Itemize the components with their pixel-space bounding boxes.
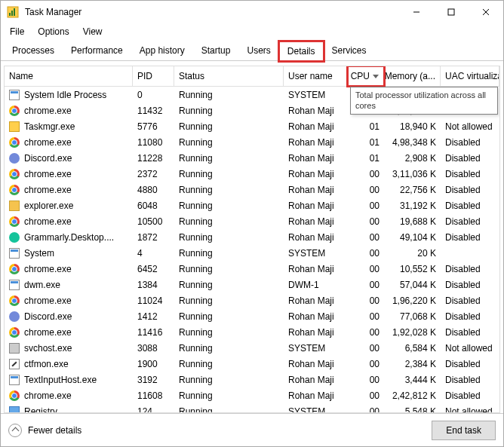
reg-icon xyxy=(9,406,20,413)
process-name: chrome.exe xyxy=(24,106,72,116)
table-row[interactable]: chrome.exe11080RunningRohan Maji014,98,3… xyxy=(5,134,499,150)
table-row[interactable]: Registry124RunningSYSTEM005,548 KNot all… xyxy=(5,403,499,412)
close-button[interactable] xyxy=(469,1,503,23)
table-row[interactable]: chrome.exe4880RunningRohan Maji0022,756 … xyxy=(5,182,499,197)
tm-icon xyxy=(9,121,20,132)
cell-status: Running xyxy=(174,375,284,385)
tab-processes[interactable]: Processes xyxy=(4,41,63,60)
cell-status: Running xyxy=(174,201,284,211)
cell-memory: 31,192 K xyxy=(384,201,441,211)
cell-pid: 1412 xyxy=(133,311,174,322)
cell-cpu: 00 xyxy=(348,295,384,306)
chrome-icon xyxy=(9,106,20,116)
cell-cpu: 00 xyxy=(348,248,384,259)
tab-performance[interactable]: Performance xyxy=(63,41,131,60)
chrome-icon xyxy=(9,216,20,227)
app-icon xyxy=(9,280,20,290)
maximize-button[interactable] xyxy=(434,1,469,23)
cell-uac: Disabled xyxy=(441,280,499,290)
tab-users[interactable]: Users xyxy=(238,41,278,60)
process-table: Name PID Status User name CPU Memory (a.… xyxy=(4,66,500,413)
app-icon xyxy=(9,375,20,385)
cell-pid: 2372 xyxy=(133,169,174,179)
table-row[interactable]: chrome.exe10500RunningRohan Maji0019,688… xyxy=(5,213,499,229)
cell-pid: 3192 xyxy=(133,375,174,385)
window-title: Task Manager xyxy=(25,7,81,17)
cell-status: Running xyxy=(174,185,284,195)
cell-memory: 49,104 K xyxy=(384,232,441,243)
pen-icon xyxy=(9,359,20,369)
cell-name: svchost.exe xyxy=(5,343,133,354)
chrome-icon xyxy=(9,264,20,274)
tab-startup[interactable]: Startup xyxy=(193,41,239,60)
table-row[interactable]: Grammarly.Desktop....1872RunningRohan Ma… xyxy=(5,229,499,245)
table-row[interactable]: chrome.exe11024RunningRohan Maji001,96,2… xyxy=(5,292,499,308)
cell-cpu: 00 xyxy=(348,327,384,338)
table-row[interactable]: explorer.exe6048RunningRohan Maji0031,19… xyxy=(5,197,499,213)
table-row[interactable]: System4RunningSYSTEM0020 K xyxy=(5,245,499,261)
cpu-column-tooltip: Total processor utilization across all c… xyxy=(350,87,498,115)
process-rows[interactable]: System Idle Process0RunningSYSTEM95chrom… xyxy=(5,87,499,412)
col-header-pid[interactable]: PID xyxy=(133,66,174,86)
cell-pid: 4 xyxy=(133,248,174,259)
process-name: chrome.exe xyxy=(24,169,72,179)
table-row[interactable]: Discord.exe11228RunningRohan Maji012,908… xyxy=(5,150,499,166)
cell-pid: 11432 xyxy=(133,106,174,116)
titlebar[interactable]: Task Manager xyxy=(1,1,503,23)
cell-memory: 57,044 K xyxy=(384,280,441,290)
cell-cpu: 00 xyxy=(348,216,384,227)
minimize-button[interactable] xyxy=(399,1,434,23)
cell-uac: Disabled xyxy=(441,359,499,369)
cell-user: Rohan Maji xyxy=(284,375,348,385)
cell-user: Rohan Maji xyxy=(284,153,348,164)
table-row[interactable]: dwm.exe1384RunningDWM-10057,044 KDisable… xyxy=(5,277,499,292)
cell-uac: Disabled xyxy=(441,375,499,385)
menu-view[interactable]: View xyxy=(77,24,109,39)
tab-services[interactable]: Services xyxy=(324,41,375,60)
col-header-memory[interactable]: Memory (a... xyxy=(384,66,441,86)
end-task-button[interactable]: End task xyxy=(432,421,496,440)
explorer-icon xyxy=(9,201,20,211)
process-name: chrome.exe xyxy=(24,264,72,274)
cell-name: ctfmon.exe xyxy=(5,359,133,369)
table-row[interactable]: chrome.exe6452RunningRohan Maji0010,552 … xyxy=(5,261,499,277)
cell-pid: 11228 xyxy=(133,153,174,164)
fewer-details-button[interactable]: Fewer details xyxy=(8,424,81,437)
cell-cpu: 00 xyxy=(348,406,384,413)
cell-uac: Disabled xyxy=(441,232,499,243)
chrome-icon xyxy=(9,390,20,401)
cell-uac: Disabled xyxy=(441,169,499,179)
col-header-cpu[interactable]: CPU xyxy=(348,66,384,86)
cell-memory: 6,584 K xyxy=(384,343,441,354)
cell-pid: 10500 xyxy=(133,216,174,227)
cell-memory: 18,940 K xyxy=(384,121,441,132)
cell-pid: 1872 xyxy=(133,232,174,243)
col-header-uac[interactable]: UAC virtualizat... xyxy=(441,66,499,86)
col-header-status[interactable]: Status xyxy=(174,66,284,86)
table-row[interactable]: ctfmon.exe1900RunningRohan Maji002,384 K… xyxy=(5,356,499,372)
table-row[interactable]: Taskmgr.exe5776RunningRohan Maji0118,940… xyxy=(5,118,499,134)
table-row[interactable]: chrome.exe2372RunningRohan Maji003,11,03… xyxy=(5,166,499,182)
table-row[interactable]: chrome.exe11416RunningRohan Maji001,92,0… xyxy=(5,324,499,340)
table-row[interactable]: chrome.exe11608RunningRohan Maji002,42,8… xyxy=(5,387,499,403)
table-row[interactable]: Discord.exe1412RunningRohan Maji0077,068… xyxy=(5,308,499,324)
tab-app-history[interactable]: App history xyxy=(131,41,193,60)
cell-cpu: 00 xyxy=(348,232,384,243)
cell-pid: 3088 xyxy=(133,343,174,354)
cell-user: SYSTEM xyxy=(284,406,348,413)
col-header-name[interactable]: Name xyxy=(5,66,133,86)
menu-file[interactable]: File xyxy=(4,24,30,39)
table-row[interactable]: TextInputHost.exe3192RunningRohan Maji00… xyxy=(5,372,499,387)
tab-details[interactable]: Details xyxy=(279,41,324,61)
cell-name: chrome.exe xyxy=(5,264,133,274)
cell-user: Rohan Maji xyxy=(284,390,348,401)
col-header-user[interactable]: User name xyxy=(284,66,348,86)
cell-memory: 1,92,028 K xyxy=(384,327,441,338)
cell-name: chrome.exe xyxy=(5,390,133,401)
cell-pid: 11080 xyxy=(133,137,174,148)
cell-uac: Not allowed xyxy=(441,343,499,354)
process-name: chrome.exe xyxy=(24,185,72,195)
menu-options[interactable]: Options xyxy=(32,24,75,39)
cell-cpu: 00 xyxy=(348,359,384,369)
table-row[interactable]: svchost.exe3088RunningSYSTEM006,584 KNot… xyxy=(5,340,499,356)
